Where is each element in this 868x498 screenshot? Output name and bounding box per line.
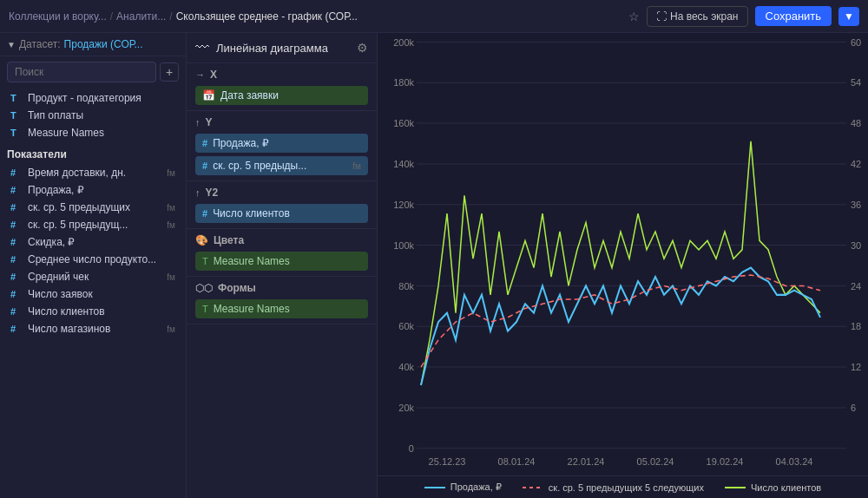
y-shelf: ↑ Y # Продажа, ₽ # ск. ср. 5 предыды... … bbox=[187, 111, 377, 181]
legend-line-red bbox=[523, 487, 543, 488]
indicator-label: Время доставки, дн. bbox=[28, 167, 161, 179]
indicator-label: Средний чек bbox=[28, 271, 161, 283]
fullscreen-button[interactable]: ⛶ На весь экран bbox=[647, 6, 748, 27]
settings-button[interactable]: ⚙ bbox=[357, 41, 368, 55]
svg-text:22.01.24: 22.01.24 bbox=[568, 455, 605, 466]
hash-icon: # bbox=[202, 208, 207, 219]
dataset-label: Датасет: bbox=[19, 38, 61, 50]
hash-icon: # bbox=[202, 161, 207, 171]
colors-label: Цвета bbox=[214, 234, 244, 246]
y-shelf-header: ↑ Y bbox=[195, 116, 368, 128]
legend-item-ma: ск. ср. 5 предыдущих 5 следующих bbox=[523, 482, 704, 493]
svg-text:100k: 100k bbox=[393, 240, 414, 251]
hash-icon: # bbox=[10, 237, 23, 247]
forms-header: ⬡⬡ Формы bbox=[195, 282, 368, 294]
indicator-clients[interactable]: # Число клиентов bbox=[7, 303, 179, 320]
save-label: Сохранить bbox=[766, 10, 822, 23]
indicator-orders[interactable]: # Число заявок bbox=[7, 285, 179, 303]
func-label: fм bbox=[167, 168, 175, 178]
dim-item-payment[interactable]: T Тип оплаты bbox=[7, 107, 179, 124]
chart-type-row: 〰 Линейная диаграмма ⚙ bbox=[187, 33, 377, 63]
indicator-label: Число магазинов bbox=[28, 323, 161, 335]
hash-icon: # bbox=[10, 289, 23, 299]
legend-label-clients: Число клиентов bbox=[751, 482, 821, 493]
indicator-avg-products[interactable]: # Среднее число продукто... bbox=[7, 251, 179, 268]
chart-area: 200k 180k 160k 140k 120k 100k 80k 60k 40… bbox=[378, 33, 868, 498]
legend-item-sales: Продажа, ₽ bbox=[424, 482, 502, 493]
chart-canvas: 200k 180k 160k 140k 120k 100k 80k 60k 40… bbox=[378, 33, 868, 475]
colors-field-label: Measure Names bbox=[214, 255, 290, 267]
forms-icon: ⬡⬡ bbox=[195, 282, 213, 294]
colors-measure-names-pill[interactable]: T Measure Names bbox=[195, 252, 368, 271]
save-button[interactable]: Сохранить bbox=[755, 6, 832, 26]
svg-text:0: 0 bbox=[409, 443, 414, 454]
indicator-discount[interactable]: # Скидка, ₽ bbox=[7, 233, 179, 251]
calendar-icon: 📅 bbox=[202, 89, 215, 102]
func-label: fм bbox=[167, 220, 175, 230]
y-field-pill-1[interactable]: # Продажа, ₽ bbox=[195, 134, 368, 153]
indicator-delivery[interactable]: # Время доставки, дн. fм bbox=[7, 164, 179, 181]
legend-label-ma: ск. ср. 5 предыдущих 5 следующих bbox=[549, 482, 704, 493]
arrow-icon: → bbox=[195, 69, 205, 80]
svg-text:30: 30 bbox=[851, 240, 861, 251]
dim-item-measure-names[interactable]: T Measure Names bbox=[7, 124, 179, 141]
func-label: fм bbox=[167, 272, 175, 282]
svg-text:160k: 160k bbox=[393, 118, 414, 128]
svg-text:54: 54 bbox=[851, 77, 861, 88]
add-field-button[interactable]: + bbox=[160, 62, 179, 82]
indicators-header: Показатели bbox=[0, 143, 186, 162]
chart-type-label: Линейная диаграмма bbox=[216, 42, 350, 55]
y2-field-pill[interactable]: # Число клиентов bbox=[195, 204, 368, 223]
hash-icon: # bbox=[10, 167, 23, 178]
dim-label: Measure Names bbox=[28, 127, 175, 139]
hash-icon: # bbox=[10, 220, 23, 230]
dim-item-product[interactable]: T Продукт - подкатегория bbox=[7, 89, 179, 107]
func-label: fм bbox=[167, 203, 175, 213]
svg-text:24: 24 bbox=[851, 280, 861, 291]
indicator-label: Среднее число продукто... bbox=[28, 253, 175, 265]
star-button[interactable]: ☆ bbox=[628, 10, 640, 23]
dataset-arrow-icon: ▼ bbox=[7, 40, 16, 49]
x-field-label: Дата заявки bbox=[220, 89, 361, 102]
y-field-pill-2[interactable]: # ск. ср. 5 предыды... fм bbox=[195, 156, 368, 175]
main-layout: ▼ Датасет: Продажи (СОР... + T Продукт -… bbox=[0, 33, 868, 498]
fullscreen-label: На весь экран bbox=[670, 10, 739, 23]
legend-row: Продажа, ₽ ск. ср. 5 предыдущих 5 следую… bbox=[378, 475, 868, 498]
svg-text:20k: 20k bbox=[398, 403, 414, 413]
hash-icon: # bbox=[10, 324, 23, 334]
indicator-sales[interactable]: # Продажа, ₽ bbox=[7, 181, 179, 199]
breadcrumb: Коллекции и ворку... / Аналити... / Скол… bbox=[9, 10, 621, 23]
x-label: X bbox=[210, 69, 217, 81]
indicator-label: ск. ср. 5 предыдущ... bbox=[28, 219, 161, 231]
x-field-pill[interactable]: 📅 Дата заявки bbox=[195, 86, 368, 105]
svg-text:120k: 120k bbox=[393, 200, 414, 210]
forms-field-label: Measure Names bbox=[214, 303, 290, 315]
svg-text:40k: 40k bbox=[398, 362, 414, 372]
svg-text:36: 36 bbox=[851, 200, 861, 210]
indicator-label: ск. ср. 5 предыдущих bbox=[28, 201, 161, 213]
svg-text:25.12.23: 25.12.23 bbox=[429, 455, 466, 466]
breadcrumb-sep2: / bbox=[169, 10, 172, 23]
colors-header: 🎨 Цвета bbox=[195, 234, 368, 246]
svg-text:48: 48 bbox=[851, 118, 861, 128]
forms-label: Формы bbox=[218, 282, 256, 294]
svg-text:200k: 200k bbox=[393, 36, 414, 47]
forms-measure-names-pill[interactable]: T Measure Names bbox=[195, 299, 368, 318]
svg-text:6: 6 bbox=[851, 403, 856, 413]
indicator-label: Число заявок bbox=[28, 288, 175, 300]
indicator-stores[interactable]: # Число магазинов fм bbox=[7, 320, 179, 337]
svg-text:04.03.24: 04.03.24 bbox=[776, 455, 813, 466]
indicator-avg-check[interactable]: # Средний чек fм bbox=[7, 268, 179, 285]
search-input[interactable] bbox=[7, 62, 156, 82]
indicator-ma5-prev2[interactable]: # ск. ср. 5 предыдущ... fм bbox=[7, 216, 179, 233]
topbar-right: ⛶ На весь экран Сохранить ▼ bbox=[647, 6, 859, 27]
y-field-label: ск. ср. 5 предыды... bbox=[213, 160, 347, 172]
y2-field-label: Число клиентов bbox=[213, 207, 361, 220]
y-label: Y bbox=[206, 116, 213, 128]
indicator-ma5-prev[interactable]: # ск. ср. 5 предыдущих fм bbox=[7, 199, 179, 216]
fullscreen-icon: ⛶ bbox=[656, 10, 667, 23]
indicator-label: Продажа, ₽ bbox=[28, 184, 170, 196]
indicator-label: Скидка, ₽ bbox=[28, 236, 175, 248]
save-dropdown-button[interactable]: ▼ bbox=[838, 7, 859, 26]
hash-icon: # bbox=[10, 306, 23, 317]
